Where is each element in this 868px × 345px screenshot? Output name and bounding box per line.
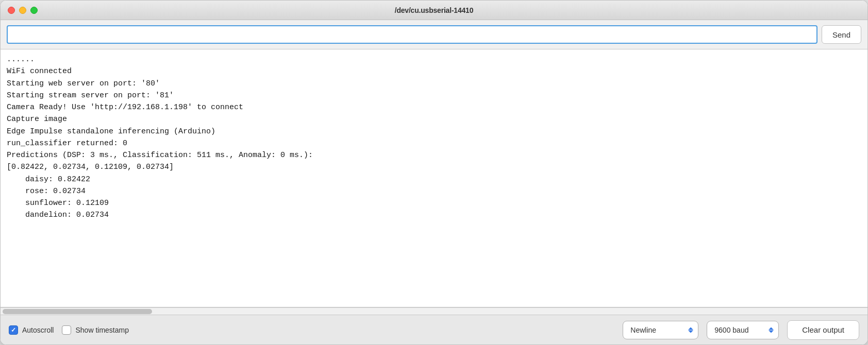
show-timestamp-group[interactable]: Show timestamp bbox=[62, 325, 128, 335]
window-controls bbox=[8, 7, 38, 14]
horizontal-scrollbar[interactable] bbox=[1, 307, 867, 315]
minimize-button[interactable] bbox=[19, 7, 26, 14]
bottom-toolbar: Autoscroll Show timestamp Newline No lin… bbox=[1, 315, 867, 344]
clear-output-button[interactable]: Clear output bbox=[787, 320, 859, 340]
newline-select[interactable]: Newline No line ending Carriage return B… bbox=[623, 321, 698, 339]
titlebar: /dev/cu.usbserial-14410 bbox=[1, 1, 867, 20]
close-button[interactable] bbox=[8, 7, 15, 14]
serial-monitor-window: /dev/cu.usbserial-14410 Send ...... WiFi… bbox=[0, 0, 868, 345]
output-area[interactable]: ...... WiFi connected Starting web serve… bbox=[1, 49, 867, 307]
h-scroll-thumb[interactable] bbox=[3, 309, 152, 314]
autoscroll-group[interactable]: Autoscroll bbox=[9, 325, 54, 335]
baud-select[interactable]: 300 baud 1200 baud 2400 baud 4800 baud 9… bbox=[707, 321, 779, 339]
input-row: Send bbox=[1, 20, 867, 49]
baud-select-group: 300 baud 1200 baud 2400 baud 4800 baud 9… bbox=[707, 321, 779, 339]
autoscroll-checkbox[interactable] bbox=[9, 325, 18, 335]
autoscroll-label[interactable]: Autoscroll bbox=[22, 326, 54, 334]
output-text: ...... WiFi connected Starting web serve… bbox=[7, 54, 861, 221]
window-title: /dev/cu.usbserial-14410 bbox=[395, 6, 474, 14]
show-timestamp-label[interactable]: Show timestamp bbox=[75, 326, 128, 334]
show-timestamp-checkbox[interactable] bbox=[62, 325, 71, 335]
maximize-button[interactable] bbox=[30, 7, 38, 14]
send-button[interactable]: Send bbox=[822, 25, 861, 44]
newline-select-group: Newline No line ending Carriage return B… bbox=[623, 321, 698, 339]
serial-input[interactable] bbox=[7, 25, 817, 44]
